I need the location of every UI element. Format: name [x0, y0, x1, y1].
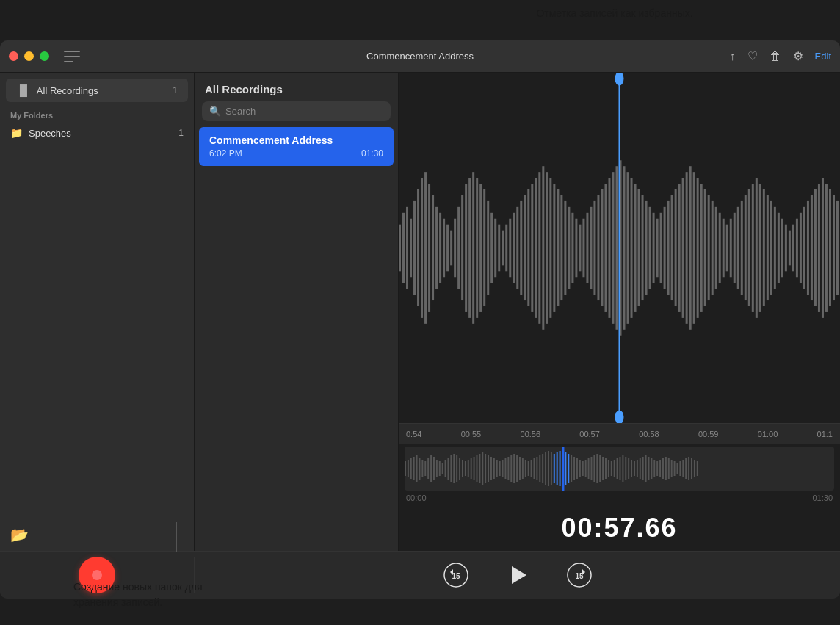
svg-rect-21: [476, 178, 478, 318]
svg-rect-118: [833, 195, 835, 300]
minimize-button[interactable]: [24, 51, 34, 61]
svg-rect-140: [453, 454, 455, 483]
svg-rect-200: [625, 457, 626, 480]
svg-rect-52: [590, 207, 592, 289]
svg-rect-18: [465, 184, 467, 312]
svg-rect-56: [604, 184, 607, 312]
svg-rect-111: [807, 201, 809, 295]
ruler-label: 00:57: [579, 430, 600, 438]
timer-display: 00:57.66: [399, 505, 840, 551]
svg-rect-115: [822, 178, 824, 318]
svg-rect-101: [770, 201, 772, 295]
svg-rect-214: [665, 457, 667, 480]
waveform-area: [399, 73, 840, 423]
skip-forward-button[interactable]: 15: [563, 559, 595, 591]
svg-rect-108: [796, 219, 798, 278]
svg-rect-67: [645, 201, 648, 295]
svg-rect-142: [459, 458, 460, 480]
svg-rect-181: [571, 455, 572, 482]
svg-rect-148: [477, 455, 478, 482]
svg-rect-123: [405, 461, 406, 476]
svg-rect-58: [612, 172, 614, 324]
search-bar[interactable]: 🔍: [202, 101, 391, 121]
svg-rect-53: [593, 201, 595, 295]
sidebar-all-label: All Recordings: [37, 85, 173, 96]
svg-rect-179: [565, 452, 566, 485]
svg-rect-209: [651, 458, 652, 479]
svg-rect-164: [522, 458, 524, 479]
edit-button[interactable]: Edit: [815, 51, 831, 62]
ruler-label: 00:55: [461, 430, 482, 438]
svg-rect-155: [496, 460, 498, 477]
svg-rect-224: [694, 460, 695, 477]
svg-rect-119: [836, 201, 839, 295]
svg-rect-150: [482, 452, 483, 485]
svg-rect-185: [582, 461, 584, 476]
svg-rect-131: [427, 458, 429, 479]
share-icon[interactable]: ↑: [730, 50, 736, 63]
svg-rect-125: [410, 458, 412, 479]
svg-rect-9: [432, 195, 434, 300]
timeline-ruler: 0:54 00:55 00:56 00:57 00:58 00:59 01:00…: [399, 423, 840, 444]
sidebar-item-all-recordings[interactable]: ▐▌ All Recordings 1: [6, 79, 188, 102]
svg-rect-112: [811, 195, 813, 300]
svg-rect-66: [642, 195, 644, 300]
svg-rect-160: [510, 455, 512, 482]
recordings-panel: All Recordings 🔍 Commencement Address 6:…: [195, 73, 399, 551]
svg-rect-105: [785, 225, 787, 272]
mini-waveform-container[interactable]: [405, 447, 834, 491]
right-controls: 15 15: [195, 559, 840, 591]
fullscreen-button[interactable]: [40, 51, 49, 61]
ruler-label: 00:59: [698, 430, 719, 438]
svg-rect-157: [502, 460, 504, 477]
svg-rect-197: [617, 458, 618, 479]
svg-rect-201: [628, 458, 629, 479]
svg-rect-184: [579, 460, 581, 477]
svg-rect-191: [599, 455, 601, 482]
waveform-icon: ▐▌: [16, 84, 31, 96]
svg-rect-59: [615, 166, 618, 330]
play-button[interactable]: [502, 559, 534, 591]
svg-rect-1: [402, 213, 405, 283]
svg-rect-50: [582, 219, 584, 278]
svg-rect-0: [399, 225, 401, 272]
svg-rect-180: [568, 454, 569, 483]
recording-item[interactable]: Commencement Address 6:02 PM 01:30: [199, 127, 394, 166]
svg-rect-187: [588, 458, 590, 479]
svg-rect-100: [767, 195, 769, 300]
new-folder-button[interactable]: 📂: [10, 526, 29, 543]
close-button[interactable]: [9, 51, 18, 61]
svg-rect-103: [778, 213, 780, 283]
titlebar: Commencement Address ↑ ♡ 🗑 ⚙ Edit: [0, 40, 840, 73]
mini-waveform-svg: [405, 447, 834, 491]
svg-rect-175: [554, 454, 555, 483]
waveform-panel: 0:54 00:55 00:56 00:57 00:58 00:59 01:00…: [399, 73, 840, 551]
svg-rect-188: [591, 457, 593, 480]
ruler-label: 00:56: [521, 430, 541, 438]
svg-rect-74: [671, 195, 673, 300]
svg-rect-91: [734, 213, 736, 283]
sidebar-folder-speeches[interactable]: 📁 Speeches 1: [0, 123, 194, 143]
svg-rect-173: [548, 451, 549, 486]
sidebar-toggle-icon[interactable]: [64, 51, 80, 62]
folder-badge: 1: [178, 128, 184, 138]
svg-rect-33: [520, 201, 522, 295]
settings-icon[interactable]: ⚙: [793, 49, 803, 63]
svg-rect-93: [741, 201, 743, 295]
svg-rect-116: [825, 184, 828, 312]
search-input[interactable]: [225, 106, 383, 117]
svg-rect-14: [450, 231, 452, 266]
favorite-icon[interactable]: ♡: [747, 49, 758, 63]
svg-rect-89: [726, 225, 728, 272]
svg-rect-104: [781, 219, 783, 278]
skip-back-button[interactable]: 15: [440, 559, 472, 591]
svg-rect-113: [814, 189, 817, 306]
svg-rect-43: [557, 189, 559, 306]
svg-rect-26: [494, 219, 496, 278]
svg-rect-213: [662, 458, 664, 479]
delete-icon[interactable]: 🗑: [770, 50, 781, 63]
svg-rect-20: [472, 172, 474, 324]
svg-rect-127: [416, 455, 418, 482]
svg-rect-149: [479, 454, 480, 483]
svg-rect-172: [545, 452, 546, 485]
